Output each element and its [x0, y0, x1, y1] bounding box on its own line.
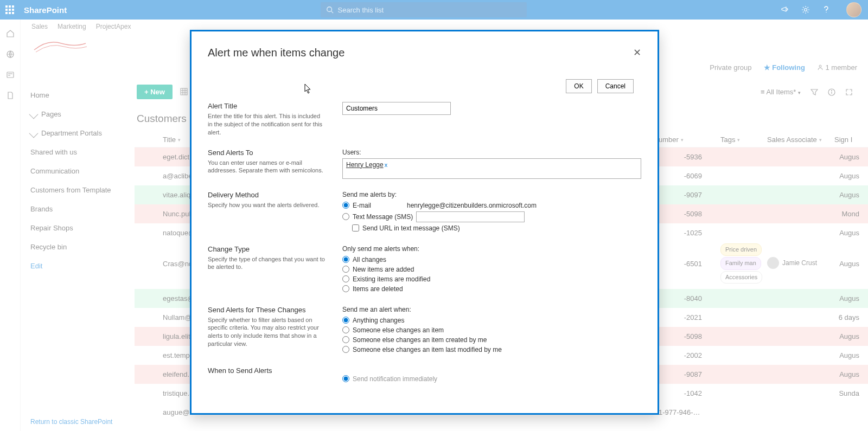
email-address-label: henrylegge@citizenbuilders.onmicrosoft.c… [407, 202, 537, 209]
section-heading: Delivery Method [208, 191, 326, 199]
ok-button[interactable]: OK [566, 79, 591, 93]
section-heading: Send Alerts for These Changes [208, 306, 326, 314]
change-type-label: Only send me alerts when: [342, 245, 641, 253]
section-desc: Specify how you want the alerts delivere… [208, 201, 326, 209]
alert-title-input[interactable] [342, 102, 451, 115]
remove-user-icon[interactable]: x [385, 162, 388, 168]
email-radio[interactable] [342, 202, 349, 209]
section-desc: Specify the type of changes that you wan… [208, 255, 326, 272]
alertfor-radio[interactable] [342, 317, 349, 324]
users-input[interactable]: Henry Leggex [342, 158, 641, 179]
section-heading: Alert Title [208, 102, 326, 110]
sms-radio[interactable] [342, 213, 349, 220]
user-chip[interactable]: Henry Legge [346, 161, 384, 169]
sms-input[interactable] [416, 211, 525, 222]
change-radio[interactable] [342, 266, 349, 273]
cancel-button[interactable]: Cancel [597, 79, 634, 93]
section-desc: You can enter user names or e-mail addre… [208, 159, 326, 175]
section-heading: Change Type [208, 245, 326, 253]
sms-url-checkbox[interactable] [352, 224, 359, 231]
alert-dialog: Alert me when items change ✕ OK Cancel A… [190, 30, 659, 415]
when-radio[interactable] [342, 375, 349, 382]
alert-for-label: Send me an alert when: [342, 306, 641, 313]
change-radio[interactable] [342, 256, 349, 263]
alertfor-radio[interactable] [342, 336, 349, 343]
change-radio[interactable] [342, 275, 349, 282]
delivery-label: Send me alerts by: [342, 191, 641, 198]
section-heading: Send Alerts To [208, 149, 326, 157]
section-desc: Specify whether to filter alerts based o… [208, 316, 326, 348]
alertfor-radio[interactable] [342, 326, 349, 333]
users-label: Users: [342, 149, 641, 156]
dialog-body[interactable]: OK Cancel Alert TitleEnter the title for… [208, 74, 651, 408]
section-heading: When to Send Alerts [208, 366, 326, 375]
section-desc: Enter the title for this alert. This is … [208, 112, 326, 137]
close-icon[interactable]: ✕ [633, 47, 641, 59]
change-radio[interactable] [342, 285, 349, 292]
dialog-title: Alert me when items change [208, 47, 344, 59]
alertfor-radio[interactable] [342, 346, 349, 353]
